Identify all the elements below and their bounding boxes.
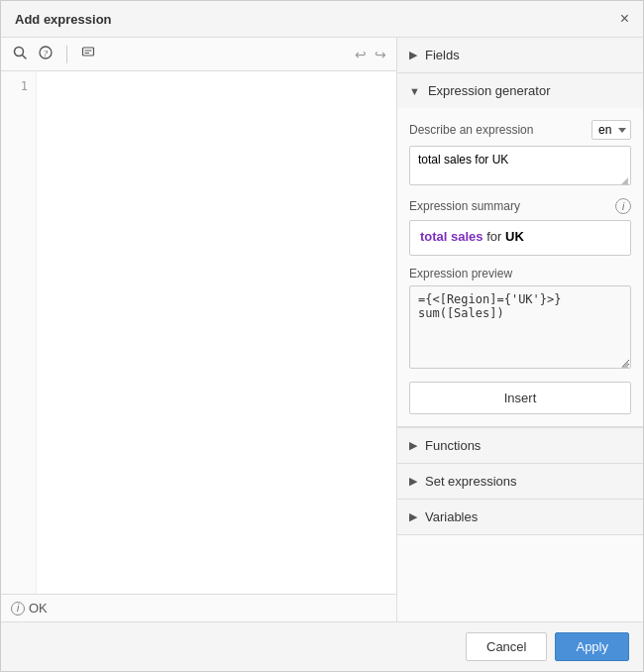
expression-summary-row: Expression summary i [409, 198, 631, 214]
svg-rect-4 [83, 48, 94, 56]
fields-label: Fields [425, 48, 460, 62]
editor-footer: i OK [1, 594, 396, 621]
ok-button-area[interactable]: i OK [11, 601, 48, 616]
expression-generator-body: Describe an expression en fr de total sa… [397, 108, 643, 427]
variables-section-header[interactable]: ▶ Variables [397, 500, 643, 534]
dialog-body: ? ↩ ↪ 1 [1, 38, 643, 621]
summary-part3: UK [505, 229, 524, 244]
fields-arrow: ▶ [409, 49, 417, 61]
help-icon[interactable]: ? [37, 44, 54, 64]
describe-label: Describe an expression [409, 123, 533, 137]
preview-textarea[interactable]: ={<[Region]={'UK'}>} sum([Sales]) [409, 285, 631, 369]
describe-textarea[interactable]: total sales for UK [409, 146, 631, 185]
describe-row: Describe an expression en fr de [409, 120, 631, 140]
close-button[interactable]: × [620, 11, 629, 27]
apply-button[interactable]: Apply [555, 632, 629, 661]
comment-icon[interactable] [79, 44, 97, 64]
functions-label: Functions [425, 438, 481, 453]
expression-generator-section: ▼ Expression generator Describe an expre… [397, 73, 643, 428]
dialog-footer: Cancel Apply [1, 621, 643, 671]
code-editor[interactable] [37, 71, 396, 594]
expression-preview-label-row: Expression preview [409, 266, 631, 280]
dialog-header: Add expression × [1, 1, 643, 38]
editor-toolbar: ? ↩ ↪ [1, 38, 396, 71]
fields-section-header[interactable]: ▶ Fields [397, 38, 643, 72]
expression-summary-label: Expression summary [409, 199, 520, 213]
expression-preview-label: Expression preview [409, 267, 512, 280]
svg-text:?: ? [44, 49, 49, 58]
functions-section: ▶ Functions [397, 428, 643, 464]
ok-label[interactable]: OK [29, 601, 48, 616]
expression-generator-header[interactable]: ▼ Expression generator [397, 73, 643, 108]
summary-part2: for [483, 229, 505, 244]
cancel-button[interactable]: Cancel [466, 632, 547, 661]
eg-label: Expression generator [428, 83, 551, 98]
variables-section: ▶ Variables [397, 500, 643, 535]
svg-line-1 [23, 56, 27, 59]
expression-summary-info-btn[interactable]: i [615, 198, 631, 214]
right-panel: ▶ Fields ▼ Expression generator Describe… [397, 38, 643, 621]
set-expressions-header[interactable]: ▶ Set expressions [397, 464, 643, 499]
describe-wrapper: total sales for UK [409, 146, 631, 188]
add-expression-dialog: Add expression × ? [0, 0, 644, 672]
insert-button[interactable]: Insert [409, 382, 631, 414]
lang-select[interactable]: en fr de [591, 120, 631, 140]
preview-wrapper: ={<[Region]={'UK'}>} sum([Sales]) [409, 285, 631, 372]
variables-arrow: ▶ [409, 510, 417, 523]
line-numbers: 1 [1, 71, 37, 594]
set-expressions-section: ▶ Set expressions [397, 464, 643, 500]
editor-area: 1 [1, 71, 396, 594]
line-number-1: 1 [1, 79, 28, 93]
left-panel: ? ↩ ↪ 1 [1, 38, 397, 621]
functions-arrow: ▶ [409, 439, 417, 452]
expression-summary-box: total sales for UK [409, 220, 631, 256]
dialog-title: Add expression [15, 12, 112, 27]
eg-arrow: ▼ [409, 85, 420, 97]
summary-text: total sales for UK [420, 229, 524, 244]
fields-section: ▶ Fields [397, 38, 643, 73]
redo-icon[interactable]: ↪ [375, 47, 386, 62]
summary-part1: total sales [420, 229, 483, 244]
set-expressions-arrow: ▶ [409, 475, 417, 488]
set-expressions-label: Set expressions [425, 474, 517, 489]
undo-icon[interactable]: ↩ [355, 47, 367, 62]
functions-section-header[interactable]: ▶ Functions [397, 428, 643, 463]
info-icon: i [11, 602, 25, 616]
search-icon[interactable] [11, 44, 29, 64]
toolbar-separator [66, 46, 67, 63]
variables-label: Variables [425, 509, 478, 524]
